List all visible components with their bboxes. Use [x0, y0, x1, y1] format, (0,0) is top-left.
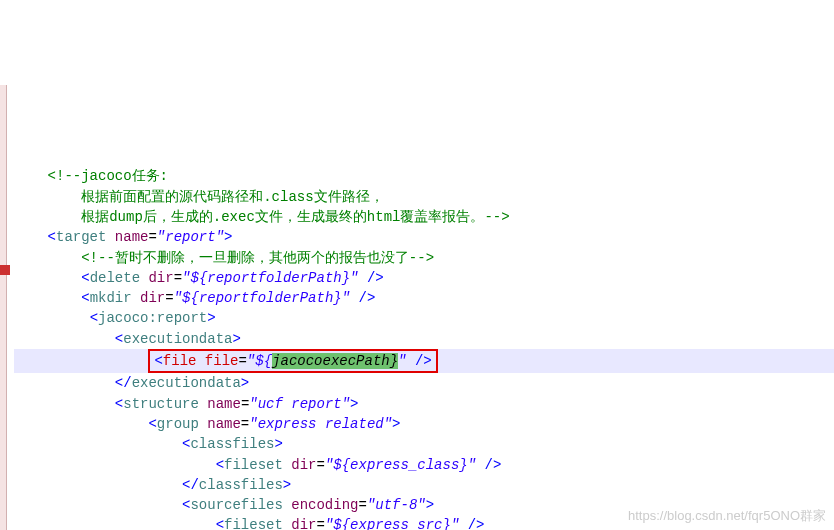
code-viewer: <!--jacoco任务: 根据前面配置的源代码路径和.class文件路径， 根… [14, 85, 834, 530]
code-line: <structure name="ucf report"> [14, 394, 834, 414]
gutter-mark [0, 265, 10, 275]
gutter [0, 85, 7, 530]
code-line: <executiondata> [14, 329, 834, 349]
comment: <!--jacoco任务: [48, 168, 168, 184]
code-line: 根据前面配置的源代码路径和.class文件路径， [14, 187, 834, 207]
code-line: <fileset dir="${express_class}" /> [14, 455, 834, 475]
code-line: <jacoco:report> [14, 308, 834, 328]
code-line: </executiondata> [14, 373, 834, 393]
watermark: https://blog.csdn.net/fqr5ONO群家 [628, 507, 826, 526]
highlighted-line: <file file="${jacocoexecPath}" /> [14, 349, 834, 373]
code-line: 根据dump后，生成的.exec文件，生成最终的html覆盖率报告。--> [14, 207, 834, 227]
code-line: <group name="express related"> [14, 414, 834, 434]
code-line: </classfiles> [14, 475, 834, 495]
code-line: <target name="report"> [14, 227, 834, 247]
highlight-box: <file file="${jacocoexecPath}" /> [148, 349, 437, 373]
code-line: <delete dir="${reportfolderPath}" /> [14, 268, 834, 288]
code-line: <classfiles> [14, 434, 834, 454]
code-line: <mkdir dir="${reportfolderPath}" /> [14, 288, 834, 308]
code-line: <!--jacoco任务: [14, 166, 834, 186]
code-line: <!--暂时不删除，一旦删除，其他两个的报告也没了--> [14, 248, 834, 268]
